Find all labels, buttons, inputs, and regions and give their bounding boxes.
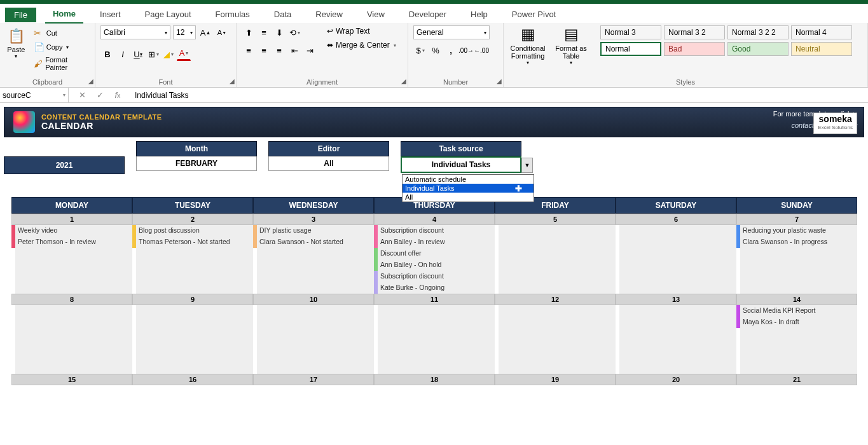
- font-color-button[interactable]: A: [177, 47, 191, 61]
- increase-indent-icon[interactable]: ⇥: [303, 43, 317, 57]
- tab-developer[interactable]: Developer: [401, 7, 454, 23]
- task-cell[interactable]: [495, 362, 616, 374]
- month-value[interactable]: FEBRUARY: [136, 156, 257, 171]
- enter-formula-icon[interactable]: ✓: [93, 88, 107, 102]
- task-cell[interactable]: [11, 282, 132, 294]
- cancel-formula-icon[interactable]: ✕: [75, 88, 89, 102]
- align-left-icon[interactable]: ≡: [242, 43, 256, 57]
- task-cell[interactable]: [616, 305, 736, 317]
- editor-value[interactable]: All: [268, 156, 389, 171]
- conditional-formatting-button[interactable]: ▦ Conditional Formatting▾: [509, 25, 547, 65]
- task-cell[interactable]: [495, 236, 616, 248]
- align-center-icon[interactable]: ≡: [257, 43, 271, 57]
- cut-button[interactable]: ✂Cut: [31, 27, 90, 39]
- task-cell[interactable]: [616, 271, 736, 282]
- task-cell[interactable]: Subscription discount: [374, 271, 495, 282]
- task-cell[interactable]: Social Media KPI Report: [736, 305, 857, 317]
- task-cell[interactable]: [736, 328, 857, 339]
- task-cell[interactable]: [616, 351, 736, 362]
- task-cell[interactable]: [253, 271, 374, 282]
- number-dialog-launcher[interactable]: ◢: [497, 78, 502, 85]
- task-cell[interactable]: [495, 351, 616, 362]
- task-cell[interactable]: [132, 305, 253, 317]
- align-top-icon[interactable]: ⬆: [242, 25, 256, 39]
- task-cell[interactable]: [11, 362, 132, 374]
- tab-file[interactable]: File: [5, 8, 36, 22]
- task-cell[interactable]: [132, 259, 253, 271]
- task-cell[interactable]: [736, 339, 857, 351]
- tab-help[interactable]: Help: [463, 7, 495, 23]
- task-cell[interactable]: [11, 248, 132, 259]
- tab-view[interactable]: View: [359, 7, 392, 23]
- task-cell[interactable]: [132, 328, 253, 339]
- task-cell[interactable]: [253, 259, 374, 271]
- task-cell[interactable]: [495, 259, 616, 271]
- bold-button[interactable]: B: [100, 47, 114, 61]
- font-size-select[interactable]: 12▾: [173, 25, 196, 39]
- task-cell[interactable]: [132, 282, 253, 294]
- style-chip[interactable]: Bad: [664, 42, 725, 56]
- task-cell[interactable]: [616, 339, 736, 351]
- task-cell[interactable]: [495, 248, 616, 259]
- task-cell[interactable]: Maya Kos - In draft: [736, 317, 857, 328]
- dd-option-selected[interactable]: Individual Tasks✚: [403, 184, 534, 193]
- task-cell[interactable]: [374, 328, 495, 339]
- task-cell[interactable]: [736, 248, 857, 259]
- task-cell[interactable]: [374, 317, 495, 328]
- task-cell[interactable]: [495, 271, 616, 282]
- tab-review[interactable]: Review: [308, 7, 350, 23]
- task-cell[interactable]: Discount offer: [374, 248, 495, 259]
- paste-button[interactable]: 📋 Paste ▾: [5, 25, 27, 59]
- task-cell[interactable]: [495, 225, 616, 236]
- task-cell[interactable]: [132, 271, 253, 282]
- style-chip[interactable]: Normal 4: [791, 25, 852, 39]
- task-cell[interactable]: [11, 305, 132, 317]
- task-cell[interactable]: [616, 259, 736, 271]
- format-painter-button[interactable]: 🖌Format Painter: [31, 55, 90, 72]
- orientation-icon[interactable]: ⟲: [287, 25, 301, 39]
- number-format-select[interactable]: General▾: [413, 25, 490, 39]
- task-cell[interactable]: [495, 328, 616, 339]
- font-dialog-launcher[interactable]: ◢: [230, 78, 235, 85]
- comma-format-icon[interactable]: ,: [444, 43, 458, 57]
- task-cell[interactable]: Thomas Peterson - Not started: [132, 236, 253, 248]
- task-cell[interactable]: Kate Burke - Ongoing: [374, 282, 495, 294]
- task-cell[interactable]: [736, 362, 857, 374]
- style-chip[interactable]: Neutral: [791, 42, 852, 56]
- accounting-format-icon[interactable]: $: [413, 43, 427, 57]
- align-right-icon[interactable]: ≡: [272, 43, 286, 57]
- dd-option[interactable]: All: [403, 193, 534, 202]
- task-cell[interactable]: [495, 317, 616, 328]
- style-chip[interactable]: Normal: [600, 42, 661, 56]
- task-cell[interactable]: [253, 305, 374, 317]
- fill-color-button[interactable]: ◢: [162, 47, 176, 61]
- merge-center-button[interactable]: ⬌Merge & Center: [326, 39, 397, 51]
- task-cell[interactable]: [374, 362, 495, 374]
- underline-button[interactable]: U▾: [131, 47, 145, 61]
- clipboard-dialog-launcher[interactable]: ◢: [88, 78, 93, 85]
- task-cell[interactable]: [616, 248, 736, 259]
- decrease-font-icon[interactable]: A▼: [215, 25, 229, 39]
- task-cell[interactable]: [11, 259, 132, 271]
- task-cell[interactable]: [253, 339, 374, 351]
- border-button[interactable]: ⊞: [146, 47, 160, 61]
- percent-format-icon[interactable]: %: [429, 43, 443, 57]
- task-cell[interactable]: [132, 317, 253, 328]
- task-cell[interactable]: [11, 351, 132, 362]
- task-cell[interactable]: [616, 317, 736, 328]
- fx-icon[interactable]: fx: [111, 88, 125, 102]
- style-chip[interactable]: Normal 3 2: [664, 25, 725, 39]
- task-cell[interactable]: [132, 248, 253, 259]
- task-cell[interactable]: Ann Bailey - In review: [374, 236, 495, 248]
- align-bottom-icon[interactable]: ⬇: [272, 25, 286, 39]
- task-cell[interactable]: [374, 305, 495, 317]
- decrease-indent-icon[interactable]: ⇤: [287, 43, 301, 57]
- task-source-dropdown-button[interactable]: ▼: [521, 158, 533, 173]
- task-cell[interactable]: Subscription discount: [374, 225, 495, 236]
- task-cell[interactable]: [132, 339, 253, 351]
- style-chip[interactable]: Normal 3 2 2: [727, 25, 789, 39]
- task-cell[interactable]: [253, 282, 374, 294]
- style-chip[interactable]: Normal 3: [600, 25, 661, 39]
- task-cell[interactable]: [736, 271, 857, 282]
- task-cell[interactable]: [132, 362, 253, 374]
